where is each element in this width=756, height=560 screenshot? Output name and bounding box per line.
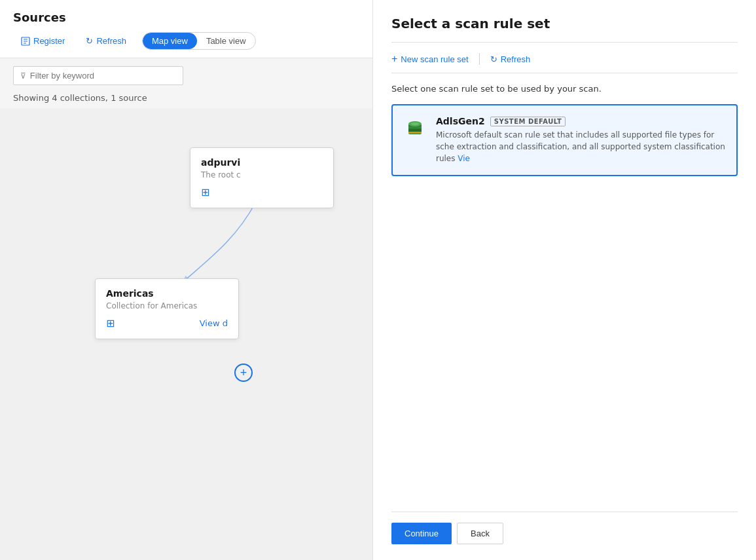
view-detail-link-americas[interactable]: View d — [200, 318, 228, 328]
right-panel-title: Select a scan rule set — [391, 16, 738, 43]
map-area: adpurvi The root c ⊞ Americas Collection… — [0, 108, 372, 560]
node-card-adpurv: adpurvi The root c ⊞ — [190, 147, 334, 208]
left-header: Sources Register ↻ Refresh Map view Tabl… — [0, 0, 372, 58]
register-button[interactable]: Register — [13, 32, 73, 50]
left-panel: Sources Register ↻ Refresh Map view Tabl… — [0, 0, 373, 560]
content-spacer — [391, 184, 738, 512]
svg-point-8 — [411, 122, 419, 125]
rule-description: Microsoft default scan rule set that inc… — [436, 129, 726, 164]
filter-input[interactable] — [30, 71, 176, 81]
right-panel: Select a scan rule set + New scan rule s… — [373, 0, 756, 560]
grid-icon-adpurv: ⊞ — [201, 186, 209, 198]
view-more-link[interactable]: Vie — [458, 154, 470, 163]
rule-name: AdlsGen2 — [436, 116, 485, 126]
rule-card-adlsgen2[interactable]: AdlsGen2 SYSTEM DEFAULT Microsoft defaul… — [391, 104, 738, 176]
node-card-americas: Americas Collection for Americas ⊞ View … — [95, 278, 239, 339]
node-actions-americas[interactable]: ⊞ View d — [106, 317, 228, 329]
svg-rect-10 — [408, 132, 422, 134]
system-default-badge: SYSTEM DEFAULT — [490, 117, 566, 126]
refresh-button-left[interactable]: ↻ Refresh — [78, 32, 134, 50]
node-actions-adpurv: ⊞ — [201, 186, 323, 198]
plus-icon: + — [391, 54, 397, 64]
map-view-button[interactable]: Map view — [143, 33, 197, 49]
refresh-icon-right: ↻ — [490, 54, 497, 64]
left-panel-title: Sources — [13, 10, 359, 32]
table-view-button[interactable]: Table view — [197, 33, 255, 49]
showing-text: Showing 4 collections, 1 source — [0, 93, 372, 108]
left-toolbar: Register ↻ Refresh Map view Table view — [13, 32, 359, 58]
select-description: Select one scan rule set to be used by y… — [391, 84, 738, 94]
svg-rect-7 — [408, 129, 422, 132]
right-toolbar: + New scan rule set ↻ Refresh — [391, 53, 738, 73]
toolbar-divider — [479, 53, 480, 65]
back-button[interactable]: Back — [457, 523, 503, 544]
node-title-adpurv: adpurvi — [201, 157, 323, 168]
new-scan-rule-button[interactable]: + New scan rule set — [391, 54, 469, 64]
grid-icon-americas: ⊞ — [106, 317, 115, 329]
node-desc-adpurv: The root c — [201, 170, 323, 179]
node-desc-americas: Collection for Americas — [106, 301, 228, 310]
bottom-actions: Continue Back — [391, 512, 738, 544]
refresh-button-right[interactable]: ↻ Refresh — [490, 54, 531, 64]
filter-input-wrap: ⊽ — [13, 66, 183, 85]
register-icon — [21, 37, 30, 46]
add-collection-button[interactable]: + — [234, 364, 253, 382]
node-title-americas: Americas — [106, 288, 228, 299]
rule-info: AdlsGen2 SYSTEM DEFAULT Microsoft defaul… — [436, 116, 726, 164]
filter-icon: ⊽ — [20, 71, 26, 81]
svg-rect-9 — [408, 126, 422, 128]
rule-name-row: AdlsGen2 SYSTEM DEFAULT — [436, 116, 726, 126]
continue-button[interactable]: Continue — [391, 523, 452, 544]
filter-bar: ⊽ — [0, 58, 372, 93]
refresh-icon-left: ↻ — [86, 36, 93, 46]
rule-icon-adlsgen2 — [403, 116, 427, 140]
view-toggle: Map view Table view — [142, 32, 256, 50]
adlsgen2-svg-icon — [405, 117, 425, 138]
